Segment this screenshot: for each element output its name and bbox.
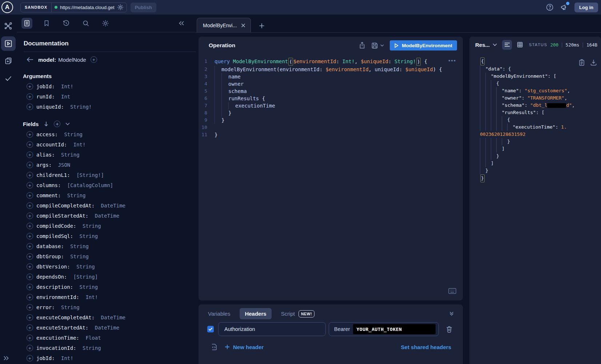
add-to-query-icon[interactable]: + bbox=[27, 151, 33, 158]
sidebar-item-collections[interactable] bbox=[1, 54, 16, 68]
add-to-query-icon[interactable]: + bbox=[27, 202, 33, 209]
add-to-query-icon[interactable]: + bbox=[27, 233, 33, 239]
operation-tab[interactable]: ModelByEnvi... bbox=[197, 18, 251, 32]
add-to-query-icon[interactable]: + bbox=[27, 243, 33, 250]
schema-field-row[interactable]: +dependsOn: [String] bbox=[17, 272, 196, 282]
tab-headers[interactable]: Headers bbox=[240, 308, 271, 319]
save-options-chevron-icon[interactable] bbox=[380, 44, 384, 47]
add-to-query-icon[interactable]: + bbox=[27, 304, 33, 311]
schema-field-row[interactable]: +executionTime: Float bbox=[17, 333, 196, 343]
new-header-button[interactable]: New header bbox=[225, 344, 264, 350]
add-to-query-icon[interactable]: + bbox=[27, 213, 33, 219]
schema-field-row[interactable]: +environmentId: Int! bbox=[17, 292, 196, 302]
add-to-query-icon[interactable]: + bbox=[27, 324, 33, 331]
schema-field-row[interactable]: +compiledSql: String bbox=[17, 231, 196, 241]
add-to-query-icon[interactable]: + bbox=[27, 162, 33, 168]
sidebar-item-explorer[interactable] bbox=[1, 36, 16, 51]
schema-field-row[interactable]: +jobId: Int! bbox=[17, 353, 196, 363]
header-enabled-checkbox[interactable] bbox=[207, 326, 214, 332]
delete-header-icon[interactable] bbox=[446, 326, 452, 333]
schema-field-row[interactable]: +comment: String bbox=[17, 190, 196, 201]
sidebar-item-checklist[interactable] bbox=[1, 71, 16, 86]
copy-response-icon[interactable] bbox=[579, 59, 585, 66]
new-tab-icon[interactable] bbox=[259, 23, 265, 29]
schema-field-row[interactable]: +database: String bbox=[17, 241, 196, 251]
tab-variables[interactable]: Variables bbox=[208, 308, 230, 319]
keyboard-shortcuts-icon[interactable] bbox=[448, 288, 456, 294]
add-to-query-icon[interactable]: + bbox=[27, 141, 33, 148]
add-to-query-icon[interactable]: + bbox=[27, 314, 33, 321]
add-to-query-icon[interactable]: + bbox=[27, 284, 33, 290]
schema-field-row[interactable]: +jobId: Int! bbox=[17, 81, 196, 92]
sidebar-item-schema[interactable] bbox=[1, 19, 16, 33]
schema-field-row[interactable]: +args: JSON bbox=[17, 160, 196, 170]
save-operation-icon[interactable] bbox=[371, 42, 384, 49]
help-icon[interactable] bbox=[546, 3, 554, 11]
docs-tab-bookmarks[interactable] bbox=[41, 18, 52, 29]
query-editor[interactable]: 1query ModelByEnvironment($environmentId… bbox=[199, 58, 463, 138]
schema-field-row[interactable]: +error: String bbox=[17, 302, 196, 312]
schema-field-row[interactable]: +runId: Int bbox=[17, 92, 196, 102]
add-to-query-icon[interactable]: + bbox=[27, 172, 33, 178]
endpoint-url[interactable]: https://metadata.cloud.get bbox=[60, 5, 115, 10]
schema-field-row[interactable]: +childrenL1: [String!] bbox=[17, 170, 196, 180]
schema-field-row[interactable]: +access: String bbox=[17, 129, 196, 139]
add-to-query-icon[interactable]: + bbox=[27, 131, 33, 138]
endpoint-settings-gear-icon[interactable] bbox=[117, 4, 124, 11]
publish-button[interactable]: Publish bbox=[131, 3, 156, 12]
schema-field-row[interactable]: +compileStartedAt: DateTime bbox=[17, 211, 196, 221]
add-all-fields-icon[interactable]: + bbox=[54, 121, 60, 127]
sort-fields-icon[interactable] bbox=[44, 121, 49, 127]
run-operation-button[interactable]: ModelByEnvironment bbox=[390, 40, 457, 50]
add-to-query-icon[interactable]: + bbox=[27, 253, 33, 260]
docs-tab-history[interactable] bbox=[61, 18, 72, 29]
schema-field-row[interactable]: +columns: [CatalogColumn] bbox=[17, 180, 196, 190]
add-to-query-icon[interactable]: + bbox=[27, 192, 33, 199]
expand-rail-icon[interactable] bbox=[3, 355, 9, 361]
close-tab-icon[interactable] bbox=[241, 23, 245, 28]
add-to-query-icon[interactable]: + bbox=[27, 355, 33, 361]
header-name-input[interactable]: Authorization bbox=[218, 322, 326, 336]
schema-field-row[interactable]: +invocationId: String bbox=[17, 343, 196, 353]
table-view-toggle[interactable] bbox=[515, 40, 525, 50]
add-to-query-icon[interactable]: + bbox=[27, 263, 33, 270]
endpoint-url-input[interactable]: https://metadata.cloud.get bbox=[52, 3, 127, 12]
raw-view-toggle[interactable] bbox=[502, 40, 512, 50]
docs-tab-documentation[interactable] bbox=[21, 18, 32, 29]
collapse-docs-icon[interactable] bbox=[178, 20, 185, 26]
schema-field-row[interactable]: +alias: String bbox=[17, 150, 196, 160]
tab-script[interactable]: Script bbox=[281, 308, 295, 319]
collapse-panel-icon[interactable] bbox=[449, 311, 454, 316]
schema-field-row[interactable]: +dbtGroup: String bbox=[17, 251, 196, 262]
schema-field-row[interactable]: +dbtVersion: String bbox=[17, 262, 196, 272]
add-to-query-icon[interactable]: + bbox=[27, 223, 33, 229]
add-to-query-icon[interactable]: + bbox=[27, 274, 33, 280]
add-to-query-icon[interactable]: + bbox=[27, 93, 33, 100]
add-model-icon[interactable]: + bbox=[91, 56, 97, 63]
edit-as-json-icon[interactable] bbox=[211, 343, 217, 351]
add-to-query-icon[interactable]: + bbox=[27, 294, 33, 300]
response-dropdown-chevron-icon[interactable] bbox=[493, 43, 497, 46]
docs-tab-search[interactable] bbox=[80, 18, 91, 29]
schema-field-row[interactable]: +executeStartedAt: DateTime bbox=[17, 323, 196, 333]
add-to-query-icon[interactable]: + bbox=[27, 335, 33, 341]
schema-field-row[interactable]: +executeCompletedAt: DateTime bbox=[17, 312, 196, 323]
header-value-input[interactable]: Bearer YOUR_AUTH_TOKEN bbox=[329, 322, 439, 336]
schema-field-row[interactable]: +description: String bbox=[17, 282, 196, 292]
download-response-icon[interactable] bbox=[590, 59, 597, 66]
schema-field-row[interactable]: +compiledCode: String bbox=[17, 221, 196, 231]
add-to-query-icon[interactable]: + bbox=[27, 182, 33, 189]
editor-more-menu[interactable]: ••• bbox=[448, 57, 456, 64]
back-arrow-icon[interactable] bbox=[27, 57, 34, 62]
breadcrumb-type[interactable]: ModelNode bbox=[58, 57, 86, 63]
schema-field-row[interactable]: +compileCompletedAt: DateTime bbox=[17, 201, 196, 211]
announcements-megaphone-icon[interactable] bbox=[560, 3, 568, 11]
add-to-query-icon[interactable]: + bbox=[27, 104, 33, 110]
share-operation-icon[interactable] bbox=[359, 42, 365, 49]
add-to-query-icon[interactable]: + bbox=[27, 83, 33, 90]
schema-field-row[interactable]: +uniqueId: String! bbox=[17, 102, 196, 112]
login-button[interactable]: Log in bbox=[574, 3, 598, 12]
set-shared-headers-button[interactable]: Set shared headers bbox=[401, 344, 451, 350]
docs-tab-settings[interactable] bbox=[100, 18, 111, 29]
fields-options-chevron-icon[interactable] bbox=[65, 122, 70, 125]
